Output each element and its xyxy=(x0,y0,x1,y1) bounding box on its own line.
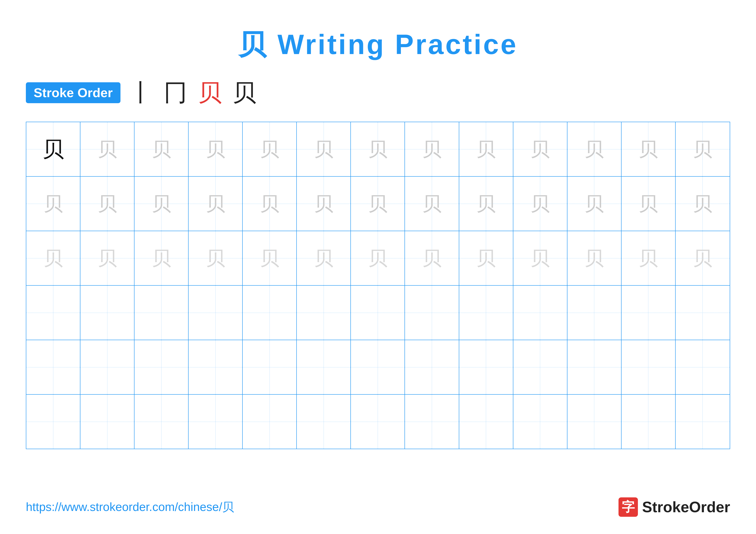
grid-cell-2-10[interactable]: 贝 xyxy=(513,177,567,231)
grid-cell-6-12[interactable] xyxy=(622,394,676,449)
char-trace: 贝 xyxy=(97,140,117,159)
grid-cell-2-5[interactable]: 贝 xyxy=(243,177,297,231)
grid-cell-6-10[interactable] xyxy=(513,394,567,449)
grid-cell-5-4[interactable] xyxy=(189,340,243,394)
grid-cell-2-2[interactable]: 贝 xyxy=(80,177,134,231)
grid-cell-5-12[interactable] xyxy=(622,340,676,394)
grid-cell-1-8[interactable]: 贝 xyxy=(405,122,459,176)
grid-cell-3-7[interactable]: 贝 xyxy=(351,231,405,285)
char-trace: 贝 xyxy=(97,194,117,214)
grid-row-5 xyxy=(26,340,730,394)
grid-cell-5-9[interactable] xyxy=(459,340,513,394)
grid-cell-1-9[interactable]: 贝 xyxy=(459,122,513,176)
grid-cell-6-8[interactable] xyxy=(405,394,459,449)
grid-cell-4-3[interactable] xyxy=(134,286,189,340)
grid-cell-2-4[interactable]: 贝 xyxy=(189,177,243,231)
grid-cell-6-13[interactable] xyxy=(676,394,730,449)
grid-cell-3-8[interactable]: 贝 xyxy=(405,231,459,285)
grid-cell-4-10[interactable] xyxy=(513,286,567,340)
char-trace: 贝 xyxy=(152,194,171,214)
page-title: 贝 Writing Practice xyxy=(238,29,518,60)
char-trace: 贝 xyxy=(97,249,117,268)
grid-row-4 xyxy=(26,286,730,340)
grid-cell-6-1[interactable] xyxy=(26,394,80,449)
grid-cell-4-5[interactable] xyxy=(243,286,297,340)
grid-cell-6-4[interactable] xyxy=(189,394,243,449)
grid-cell-3-11[interactable]: 贝 xyxy=(567,231,622,285)
grid-cell-1-4[interactable]: 贝 xyxy=(189,122,243,176)
grid-cell-5-8[interactable] xyxy=(405,340,459,394)
grid-cell-3-6[interactable]: 贝 xyxy=(297,231,351,285)
grid-cell-1-3[interactable]: 贝 xyxy=(134,122,189,176)
char-trace: 贝 xyxy=(368,140,388,159)
grid-cell-1-12[interactable]: 贝 xyxy=(622,122,676,176)
grid-cell-4-11[interactable] xyxy=(567,286,622,340)
grid-cell-1-2[interactable]: 贝 xyxy=(80,122,134,176)
grid-cell-6-2[interactable] xyxy=(80,394,134,449)
grid-cell-6-11[interactable] xyxy=(567,394,622,449)
char-trace: 贝 xyxy=(584,249,604,268)
grid-cell-2-8[interactable]: 贝 xyxy=(405,177,459,231)
footer-url[interactable]: https://www.strokeorder.com/chinese/贝 xyxy=(26,499,234,515)
grid-cell-2-6[interactable]: 贝 xyxy=(297,177,351,231)
grid-cell-2-11[interactable]: 贝 xyxy=(567,177,622,231)
grid-cell-5-6[interactable] xyxy=(297,340,351,394)
grid-cell-1-7[interactable]: 贝 xyxy=(351,122,405,176)
grid-cell-3-1[interactable]: 贝 xyxy=(26,231,80,285)
grid-cell-5-11[interactable] xyxy=(567,340,622,394)
grid-cell-2-1[interactable]: 贝 xyxy=(26,177,80,231)
grid-cell-4-7[interactable] xyxy=(351,286,405,340)
char-trace: 贝 xyxy=(693,140,712,159)
grid-cell-6-3[interactable] xyxy=(134,394,189,449)
grid-row-3: 贝 贝 贝 贝 贝 贝 贝 贝 贝 贝 贝 贝 贝 xyxy=(26,231,730,286)
grid-cell-5-3[interactable] xyxy=(134,340,189,394)
grid-cell-4-6[interactable] xyxy=(297,286,351,340)
grid-cell-3-10[interactable]: 贝 xyxy=(513,231,567,285)
grid-cell-2-7[interactable]: 贝 xyxy=(351,177,405,231)
char-trace: 贝 xyxy=(260,194,279,214)
char-trace: 贝 xyxy=(530,194,550,214)
grid-cell-5-10[interactable] xyxy=(513,340,567,394)
char-trace: 贝 xyxy=(206,249,225,268)
title-char: 贝 xyxy=(238,29,268,60)
grid-cell-6-9[interactable] xyxy=(459,394,513,449)
grid-cell-5-5[interactable] xyxy=(243,340,297,394)
grid-cell-3-13[interactable]: 贝 xyxy=(676,231,730,285)
grid-cell-5-7[interactable] xyxy=(351,340,405,394)
grid-cell-5-1[interactable] xyxy=(26,340,80,394)
char-trace: 贝 xyxy=(476,194,496,214)
grid-cell-1-1[interactable]: 贝 xyxy=(26,122,80,176)
grid-cell-1-5[interactable]: 贝 xyxy=(243,122,297,176)
grid-cell-3-3[interactable]: 贝 xyxy=(134,231,189,285)
grid-cell-1-10[interactable]: 贝 xyxy=(513,122,567,176)
grid-cell-4-1[interactable] xyxy=(26,286,80,340)
char-trace: 贝 xyxy=(638,140,658,159)
grid-cell-1-6[interactable]: 贝 xyxy=(297,122,351,176)
grid-cell-4-12[interactable] xyxy=(622,286,676,340)
grid-cell-3-4[interactable]: 贝 xyxy=(189,231,243,285)
grid-cell-4-4[interactable] xyxy=(189,286,243,340)
grid-cell-2-3[interactable]: 贝 xyxy=(134,177,189,231)
grid-cell-6-6[interactable] xyxy=(297,394,351,449)
grid-cell-4-2[interactable] xyxy=(80,286,134,340)
char-trace: 贝 xyxy=(206,194,225,214)
grid-cell-5-2[interactable] xyxy=(80,340,134,394)
grid-cell-2-9[interactable]: 贝 xyxy=(459,177,513,231)
grid-cell-3-9[interactable]: 贝 xyxy=(459,231,513,285)
grid-cell-4-13[interactable] xyxy=(676,286,730,340)
grid-cell-3-2[interactable]: 贝 xyxy=(80,231,134,285)
stroke-4: 贝 xyxy=(232,77,256,109)
grid-cell-4-8[interactable] xyxy=(405,286,459,340)
grid-cell-2-12[interactable]: 贝 xyxy=(622,177,676,231)
char-trace: 贝 xyxy=(422,194,442,214)
grid-cell-3-12[interactable]: 贝 xyxy=(622,231,676,285)
grid-cell-5-13[interactable] xyxy=(676,340,730,394)
grid-cell-1-13[interactable]: 贝 xyxy=(676,122,730,176)
grid-cell-2-13[interactable]: 贝 xyxy=(676,177,730,231)
char-trace: 贝 xyxy=(43,249,63,268)
grid-cell-6-5[interactable] xyxy=(243,394,297,449)
grid-cell-4-9[interactable] xyxy=(459,286,513,340)
grid-cell-6-7[interactable] xyxy=(351,394,405,449)
grid-cell-3-5[interactable]: 贝 xyxy=(243,231,297,285)
grid-cell-1-11[interactable]: 贝 xyxy=(567,122,622,176)
